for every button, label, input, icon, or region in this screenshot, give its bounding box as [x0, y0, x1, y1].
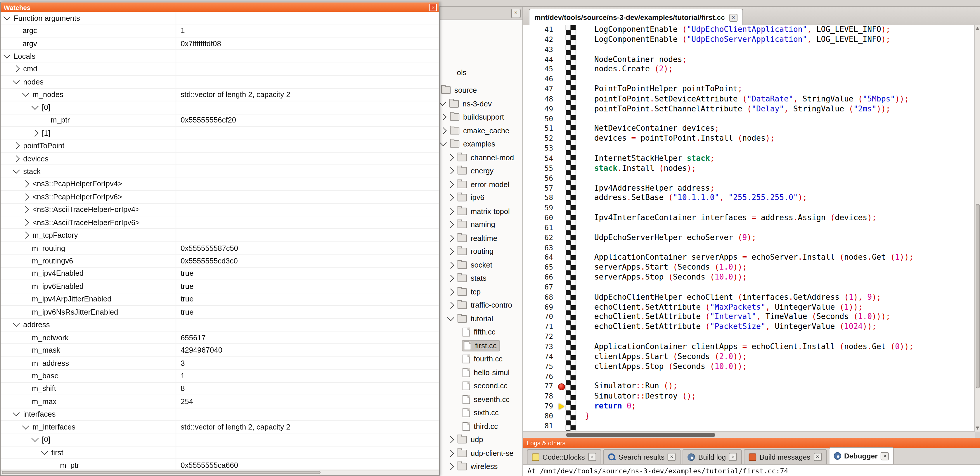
breakpoint-margin[interactable] — [558, 362, 566, 372]
tree-item-hello-simul[interactable]: hello-simul — [440, 366, 523, 379]
fold-margin[interactable] — [566, 382, 576, 392]
tree-item-socket[interactable]: socket — [440, 258, 523, 272]
watch-row-m-ipv6enabled[interactable]: m_ipv6Enabledtrue — [1, 280, 439, 293]
fold-margin[interactable] — [566, 104, 576, 114]
code-line[interactable]: 73 ApplicationContainer clientApps = ech… — [523, 342, 975, 352]
line-number[interactable]: 77 — [523, 382, 558, 392]
scrollbar-thumb[interactable] — [975, 204, 980, 388]
code-line[interactable]: 43 — [523, 45, 975, 55]
fold-margin[interactable] — [566, 263, 576, 273]
code-line[interactable]: 65 serverApps.Start (Seconds (1.0)); — [523, 263, 975, 273]
code-line[interactable]: 69 echoClient.SetAttribute ("MaxPackets"… — [523, 302, 975, 312]
breakpoint-margin[interactable] — [558, 273, 566, 283]
tree-item-ols[interactable]: ols — [440, 66, 523, 79]
line-number[interactable]: 41 — [523, 25, 558, 35]
code-line[interactable]: 52 devices = pointToPoint.Install (nodes… — [523, 134, 975, 144]
watch-row-m-network[interactable]: m_network655617 — [1, 332, 439, 344]
code-line[interactable]: 71 echoClient.SetAttribute ("PacketSize"… — [523, 322, 975, 332]
breakpoint-margin[interactable] — [558, 293, 566, 303]
breakpoint-margin[interactable] — [558, 174, 566, 184]
expand-icon[interactable] — [13, 155, 20, 162]
scrollbar-thumb[interactable] — [2, 471, 321, 474]
code-line[interactable]: 62 UdpEchoServerHelper echoServer (9); — [523, 233, 975, 243]
fold-margin[interactable] — [566, 25, 576, 35]
collapse-icon[interactable] — [22, 90, 29, 97]
expand-icon[interactable] — [447, 235, 454, 241]
code-line[interactable]: 48 pointToPoint.SetDeviceAttribute ("Dat… — [523, 94, 975, 104]
watch-row-ns3-asciitracehelperforipv4[interactable]: <ns3::AsciiTraceHelperForIpv4> — [1, 203, 439, 216]
close-icon[interactable]: × — [588, 453, 596, 461]
expand-icon[interactable] — [447, 450, 454, 457]
line-number[interactable]: 73 — [523, 342, 558, 352]
watch-row-m-base[interactable]: m_base1 — [1, 370, 439, 383]
breakpoint-margin[interactable] — [558, 203, 566, 214]
close-icon[interactable]: × — [729, 453, 737, 461]
fold-margin[interactable] — [566, 342, 576, 352]
tree-item-ns-3-dev[interactable]: ns-3-dev — [440, 97, 523, 110]
fold-margin[interactable] — [566, 391, 576, 401]
expand-icon[interactable] — [447, 248, 454, 255]
breakpoint-margin[interactable] — [558, 134, 566, 144]
breakpoint-margin[interactable] — [558, 114, 566, 124]
code-line[interactable]: 49 pointToPoint.SetChannelAttribute ("De… — [523, 104, 975, 114]
watch-row-m-nodes[interactable]: m_nodesstd::vector of length 2, capacity… — [1, 89, 439, 101]
breakpoint-margin[interactable] — [558, 25, 566, 35]
tree-item-channel-mod[interactable]: channel-mod — [440, 150, 523, 164]
code-line[interactable]: 56 — [523, 174, 975, 184]
collapse-icon[interactable] — [447, 314, 454, 321]
code-line[interactable]: 58 address.SetBase ("10.1.1.0", "255.255… — [523, 193, 975, 203]
line-number[interactable]: 55 — [523, 164, 558, 174]
breakpoint-margin[interactable] — [558, 411, 566, 421]
watch-row-m-interfaces[interactable]: m_interfacesstd::vector of length 2, cap… — [1, 421, 439, 434]
fold-margin[interactable] — [566, 213, 576, 223]
code-line[interactable]: 75 clientApps.Stop (Seconds (10.0)); — [523, 362, 975, 372]
close-icon[interactable]: × — [813, 453, 822, 461]
watch-row-nodes[interactable]: nodes — [1, 76, 439, 89]
watch-row-m-max[interactable]: m_max254 — [1, 395, 439, 408]
code-line[interactable]: 70 echoClient.SetAttribute ("Interval", … — [523, 312, 975, 322]
line-number[interactable]: 57 — [523, 184, 558, 193]
line-number[interactable]: 49 — [523, 104, 558, 114]
tree-item-cmake-cache[interactable]: cmake_cache — [440, 124, 523, 137]
line-number[interactable]: 59 — [523, 203, 558, 214]
watch-row-address[interactable]: address — [1, 319, 439, 332]
code-line[interactable]: 66 serverApps.Stop (Seconds (10.0)); — [523, 273, 975, 283]
code-line[interactable]: 74 clientApps.Start (Seconds (2.0)); — [523, 352, 975, 362]
logs-tab-build-log[interactable]: Build log× — [682, 449, 742, 464]
watch-row-ns3-asciitracehelperforipv6[interactable]: <ns3::AsciiTraceHelperForIpv6> — [1, 216, 439, 229]
line-number[interactable]: 67 — [523, 283, 558, 293]
collapse-icon[interactable] — [13, 320, 20, 327]
tree-item-energy[interactable]: energy — [440, 164, 523, 177]
collapse-icon[interactable] — [13, 409, 20, 416]
expand-icon[interactable] — [22, 219, 29, 226]
tree-item-wireless[interactable]: wireless — [440, 460, 523, 473]
tree-item-tutorial[interactable]: tutorial — [440, 312, 523, 326]
watch-row-m-ipv4arpjitterenabled[interactable]: m_ipv4ArpJitterEnabledtrue — [1, 293, 439, 306]
breakpoint-margin[interactable] — [558, 184, 566, 193]
breakpoint-margin[interactable] — [558, 213, 566, 223]
watch-row-argv[interactable]: argv0x7fffffffdf08 — [1, 37, 439, 50]
fold-margin[interactable] — [566, 174, 576, 184]
expand-icon[interactable] — [447, 261, 454, 268]
close-icon[interactable]: × — [668, 453, 676, 461]
breakpoint-margin[interactable] — [558, 382, 566, 392]
watches-titlebar[interactable]: Watches × — [1, 3, 439, 12]
editor-body[interactable]: 41 LogComponentEnable ("UdpEchoClientApp… — [523, 25, 975, 431]
tree-item-third-cc[interactable]: third.cc — [440, 420, 523, 433]
close-icon[interactable]: × — [729, 13, 738, 22]
fold-margin[interactable] — [566, 421, 576, 431]
collapse-icon[interactable] — [3, 13, 10, 20]
expand-icon[interactable] — [13, 142, 20, 149]
code-line[interactable]: 47 PointToPointHelper pointToPoint; — [523, 85, 975, 94]
breakpoint-margin[interactable] — [558, 223, 566, 233]
breakpoint-margin[interactable] — [558, 372, 566, 382]
code-line[interactable]: 57 Ipv4AddressHelper address; — [523, 184, 975, 193]
expand-icon[interactable] — [447, 436, 454, 443]
fold-margin[interactable] — [566, 184, 576, 193]
code-line[interactable]: 77 Simulator::Run (); — [523, 382, 975, 392]
line-number[interactable]: 46 — [523, 75, 558, 85]
line-number[interactable]: 42 — [523, 35, 558, 45]
fold-margin[interactable] — [566, 362, 576, 372]
watch-row-m-tcpfactory[interactable]: m_tcpFactory — [1, 229, 439, 242]
expand-icon[interactable] — [447, 194, 454, 201]
